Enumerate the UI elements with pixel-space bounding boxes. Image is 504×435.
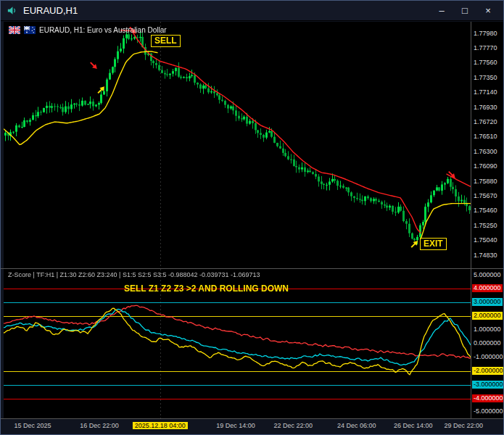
price-axis-label: 1.77560 [474, 59, 497, 66]
indicator-axis-label: -3.000000 [472, 381, 504, 389]
indicator-axis-label: -4.000000 [472, 394, 504, 402]
indicator-axis-label: 5.000000 [472, 271, 503, 279]
indicator-axis-label: 2.000000 [472, 312, 503, 320]
indicator-header: Z-Score | TF:H1 | Z1:30 Z2:60 Z3:240 | S… [8, 271, 260, 278]
indicator-axis-label: 1.000000 [472, 326, 503, 334]
panel-separator [1, 268, 504, 269]
indicator-axis-label: 3.000000 [472, 298, 503, 306]
time-axis-label: 22 Dec 22:00 [273, 422, 313, 429]
price-axis-label: 1.76090 [474, 162, 497, 170]
indicator-axis-label: 4.000000 [472, 284, 503, 292]
symbol-description: EURAUD, H1: Euro vs Australian Dollar [39, 26, 167, 34]
price-axis-label: 1.77770 [474, 44, 497, 51]
indicator-axis-label: -2.000000 [472, 367, 504, 375]
price-axis-label: 1.75040 [474, 236, 497, 244]
indicator-axis-label: 0.000000 [472, 339, 503, 347]
time-axis-label: 24 Dec 06:00 [337, 422, 376, 429]
price-axis-label: 1.75670 [474, 192, 497, 199]
exit-annotation: EXIT [420, 238, 447, 250]
indicator-axis-label: -5.000000 [472, 407, 504, 415]
price-axis-label: 1.76510 [474, 133, 497, 140]
time-axis-label: 16 Dec 22:00 [80, 422, 119, 429]
sell-annotation: SELL [151, 35, 181, 47]
indicator-axis[interactable]: 5.0000004.0000003.0000002.0000001.000000… [471, 269, 504, 418]
symbol-info: EURAUD, H1: Euro vs Australian Dollar [9, 26, 167, 34]
time-axis-label: 15 Dec 2025 [14, 422, 51, 429]
price-axis-label: 1.74830 [474, 252, 497, 259]
aud-flag-icon [24, 26, 36, 34]
minimize-button[interactable]: – [431, 3, 453, 19]
price-axis-label: 1.75880 [474, 178, 497, 185]
window-titlebar[interactable]: EURAUD,H1 – □ × [1, 1, 503, 21]
indicator-axis-label: -1.000000 [472, 353, 504, 361]
price-axis-label: 1.76300 [474, 148, 497, 155]
time-axis[interactable]: 15 Dec 202516 Dec 22:002025.12.18 04:001… [1, 419, 504, 435]
price-axis-label: 1.76720 [474, 118, 497, 125]
alert-speaker-icon [7, 5, 17, 16]
eur-flag-icon [9, 26, 20, 34]
chart-window: EURAUD,H1 – □ × [0, 0, 504, 435]
price-chart-canvas [4, 22, 471, 268]
time-axis-label: 26 Dec 14:00 [394, 422, 433, 429]
close-button[interactable]: × [477, 3, 499, 19]
price-axis-label: 1.77350 [474, 74, 497, 81]
maximize-button[interactable]: □ [454, 3, 476, 19]
time-axis-label: 19 Dec 14:00 [216, 422, 255, 429]
price-axis[interactable]: 1.779801.777701.775601.773501.771401.769… [471, 22, 504, 268]
window-controls: – □ × [431, 3, 499, 19]
price-axis-label: 1.76930 [474, 104, 497, 111]
price-axis-label: 1.77140 [474, 88, 497, 96]
time-axis-label: 29 Dec 22:00 [445, 422, 484, 429]
zscore-indicator-panel[interactable]: Z-Score | TF:H1 | Z1:30 Z2:60 Z3:240 | S… [4, 269, 471, 418]
price-axis-label: 1.75250 [474, 222, 497, 229]
price-axis-label: 1.75460 [474, 207, 497, 214]
price-chart-panel[interactable]: EURAUD, H1: Euro vs Australian Dollar SE… [4, 22, 471, 268]
indicator-note: SELL Z1 Z2 Z3 >2 AND ROLLING DOWN [124, 283, 289, 294]
price-axis-label: 1.77980 [474, 30, 497, 37]
time-axis-label: 2025.12.18 04:00 [133, 422, 188, 429]
window-title: EURAUD,H1 [23, 5, 78, 16]
